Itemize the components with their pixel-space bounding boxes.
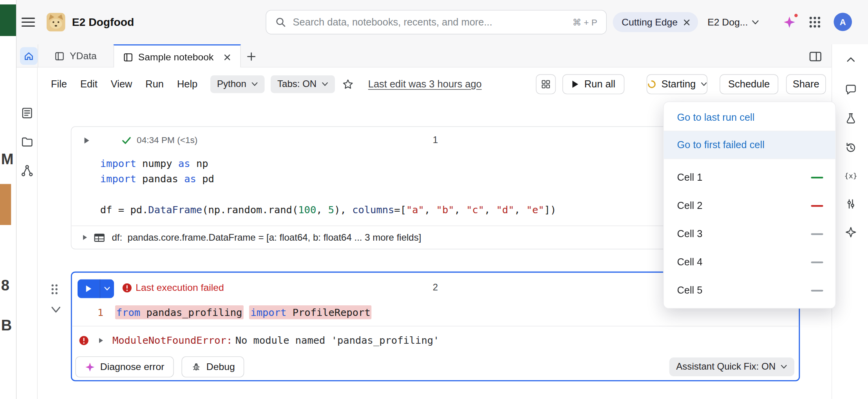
workspace-switcher[interactable]: E2 Dog... bbox=[707, 0, 759, 44]
diagnose-label: Diagnose error bbox=[100, 361, 165, 373]
block-view-button[interactable] bbox=[536, 74, 556, 94]
code-token: pandas_profiling bbox=[140, 307, 242, 318]
expand-output-icon[interactable] bbox=[83, 234, 88, 241]
code-token: (np.random.rand( bbox=[202, 204, 298, 216]
code-token: import bbox=[100, 158, 136, 169]
cell-label: Cell 1 bbox=[677, 172, 702, 183]
dropdown-cell-item[interactable]: Cell 1 bbox=[664, 163, 835, 192]
search-placeholder: Search data, notebooks, recents, and mor… bbox=[293, 16, 566, 28]
code-token: "c" bbox=[466, 204, 484, 216]
go-to-cell-dropdown: Go to last run cellGo to first failed ce… bbox=[663, 102, 836, 309]
hamburger-menu-button[interactable] bbox=[21, 16, 37, 28]
code-token: ), bbox=[334, 204, 352, 216]
history-clock-icon bbox=[844, 141, 857, 154]
sidebar-item-files[interactable] bbox=[20, 135, 34, 149]
dropdown-action-go-to-first-failed-cell[interactable]: Go to first failed cell bbox=[664, 131, 835, 158]
settings-sliders-button[interactable] bbox=[844, 197, 857, 210]
sidebar-item-integrations[interactable] bbox=[20, 164, 34, 178]
menu-run[interactable]: Run bbox=[145, 78, 164, 90]
schema-graph-icon bbox=[20, 164, 34, 178]
split-panel-icon bbox=[808, 49, 823, 64]
menu-edit[interactable]: Edit bbox=[80, 78, 98, 90]
sparkle-icon bbox=[783, 16, 796, 29]
search-bar[interactable]: Search data, notebooks, recents, and mor… bbox=[266, 10, 607, 34]
remove-badge-icon[interactable] bbox=[683, 18, 691, 26]
error-highlight: import ProfileReport bbox=[250, 305, 372, 319]
favorite-star-icon[interactable] bbox=[342, 78, 354, 91]
close-tab-icon[interactable] bbox=[223, 53, 231, 61]
sparkle-icon bbox=[85, 362, 95, 372]
tab-sample-notebook[interactable]: Sample notebook bbox=[113, 44, 241, 69]
comments-button[interactable] bbox=[844, 83, 857, 96]
variable-x-icon: {x} bbox=[844, 169, 857, 182]
notification-dot bbox=[794, 13, 798, 18]
cell-action-bar: Diagnose error Debug Assistant Quick Fix… bbox=[72, 354, 799, 380]
menu-help[interactable]: Help bbox=[177, 78, 197, 90]
machine-status-button[interactable]: Starting bbox=[647, 74, 707, 94]
collapse-cell2-icon[interactable] bbox=[51, 306, 61, 314]
experiments-button[interactable] bbox=[844, 112, 857, 125]
chevron-down-icon bbox=[701, 82, 707, 86]
code-snippets-button[interactable]: {x} bbox=[844, 169, 857, 182]
workspace-avatar[interactable] bbox=[47, 13, 65, 32]
notebook-tab-icon bbox=[123, 52, 133, 62]
workspace-name[interactable]: E2 Dogfood bbox=[72, 0, 134, 44]
kernel-selector[interactable]: Python bbox=[210, 75, 264, 93]
cell-status-dash-none bbox=[811, 233, 823, 235]
code-token: import bbox=[250, 307, 286, 318]
code-token: np bbox=[190, 158, 208, 169]
code-token: "d" bbox=[496, 204, 514, 216]
dropdown-action-go-to-last-run-cell[interactable]: Go to last run cell bbox=[664, 104, 835, 131]
error-icon bbox=[79, 335, 89, 346]
sidebar-item-contents[interactable] bbox=[20, 106, 34, 120]
cell-label: Cell 5 bbox=[677, 285, 702, 297]
folder-icon bbox=[20, 135, 34, 149]
cell-status-dash-none bbox=[811, 261, 823, 263]
drag-handle-icon[interactable] bbox=[50, 283, 59, 296]
dropdown-cell-item[interactable]: Cell 2 bbox=[664, 192, 835, 220]
ai-assistant-button[interactable] bbox=[844, 225, 857, 239]
spinner-icon bbox=[647, 79, 656, 89]
plus-icon bbox=[246, 51, 256, 61]
last-edit-link[interactable]: Last edit was 3 hours ago bbox=[368, 67, 482, 101]
dataframe-icon bbox=[94, 232, 105, 243]
code-token: 5 bbox=[328, 204, 334, 216]
diagnose-error-button[interactable]: Diagnose error bbox=[75, 356, 174, 377]
doge-avatar-image bbox=[47, 13, 65, 32]
share-button[interactable]: Share bbox=[786, 74, 826, 94]
plan-badge[interactable]: Cutting Edge bbox=[613, 12, 698, 32]
schedule-button[interactable]: Schedule bbox=[720, 74, 778, 94]
dropdown-cell-item[interactable]: Cell 3 bbox=[664, 220, 835, 248]
run-all-button[interactable]: Run all bbox=[562, 74, 624, 94]
tabs-toggle-label: Tabs: ON bbox=[277, 79, 316, 90]
background-letter: 8 bbox=[1, 277, 9, 294]
history-button[interactable] bbox=[844, 141, 857, 154]
line-number: 1 bbox=[98, 305, 103, 321]
expand-traceback-icon[interactable] bbox=[99, 337, 104, 344]
new-tab-button[interactable] bbox=[244, 49, 259, 64]
debug-button[interactable]: Debug bbox=[181, 356, 244, 377]
error-message: No module named 'pandas_profiling' bbox=[235, 326, 439, 354]
tabs-toggle[interactable]: Tabs: ON bbox=[271, 75, 335, 93]
dropdown-cell-item[interactable]: Cell 4 bbox=[664, 248, 835, 276]
ai-sparkle-button[interactable] bbox=[783, 16, 797, 30]
cell-label: Cell 3 bbox=[677, 229, 702, 240]
assistant-quick-fix-toggle[interactable]: Assistant Quick Fix: ON bbox=[669, 357, 794, 376]
background-green-block bbox=[0, 4, 16, 36]
split-view-button[interactable] bbox=[808, 49, 823, 64]
top-header: E2 Dogfood Search data, notebooks, recen… bbox=[16, 0, 868, 44]
code-token: numpy bbox=[136, 158, 178, 169]
play-icon bbox=[571, 80, 579, 89]
comment-bubble-icon bbox=[844, 83, 857, 96]
collapse-panel-button[interactable] bbox=[844, 53, 857, 67]
menu-file[interactable]: File bbox=[51, 78, 67, 90]
search-icon bbox=[275, 16, 286, 27]
bug-icon bbox=[191, 362, 201, 372]
user-avatar[interactable]: A bbox=[834, 13, 852, 31]
home-button[interactable] bbox=[20, 47, 38, 65]
dropdown-cell-item[interactable]: Cell 5 bbox=[664, 277, 835, 305]
workspace-switcher-label: E2 Dog... bbox=[707, 16, 748, 28]
apps-grid-button[interactable] bbox=[808, 16, 821, 29]
tab-ydata[interactable]: YData bbox=[45, 44, 106, 68]
menu-view[interactable]: View bbox=[111, 78, 132, 90]
